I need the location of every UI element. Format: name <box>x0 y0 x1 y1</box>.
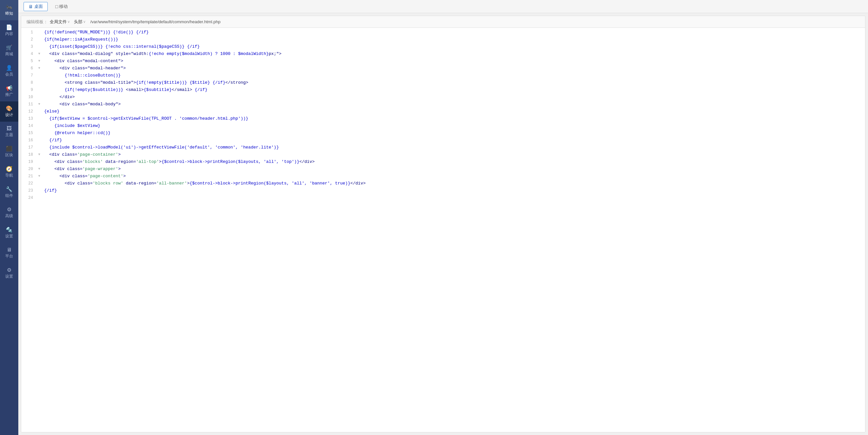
desktop-button[interactable]: 🖥 桌面 <box>24 2 48 11</box>
code-line-7: 7 {!html::closeButton()} <box>21 72 865 80</box>
line-number: 13 <box>21 116 37 122</box>
line-number: 10 <box>21 94 37 100</box>
code-line-1: 1{if(!defined("RUN_MODE"))} {!die()} {/i… <box>21 29 865 36</box>
fold-gutter <box>37 130 41 130</box>
fold-gutter <box>37 116 41 116</box>
fold-gutter[interactable]: ▼ <box>37 101 41 107</box>
sidebar-item-设计[interactable]: 🎨 设计 <box>0 101 18 122</box>
topbar: 🖥 桌面 □ 移动 <box>18 0 868 13</box>
sidebar-item-label: 设置 <box>5 234 13 239</box>
line-number: 4 <box>21 51 37 57</box>
code-editor[interactable]: 1{if(!defined("RUN_MODE"))} {!die()} {/i… <box>21 28 865 432</box>
推广-icon: 📢 <box>6 85 12 91</box>
组件-icon: 🔧 <box>6 186 12 192</box>
mobile-label: 移动 <box>59 4 68 9</box>
sidebar-item-设置2[interactable]: ⚙ 设置 <box>0 263 18 283</box>
螃知-icon: 🐜 <box>6 4 12 10</box>
sidebar-item-label: 组件 <box>5 193 13 198</box>
code-line-5: 5▼ <div class="modal-content"> <box>21 58 865 65</box>
fold-gutter <box>37 72 41 73</box>
sidebar-item-区块[interactable]: ⬛ 区块 <box>0 142 18 162</box>
sidebar-item-商城[interactable]: 🛒 商城 <box>0 40 18 61</box>
code-content[interactable]: {if(!empty($subtitle))} <small>{$subtitl… <box>41 87 865 94</box>
sidebar-item-组件[interactable]: 🔧 组件 <box>0 182 18 203</box>
code-content[interactable]: <div class='page-content'> <box>41 173 865 180</box>
line-number: 2 <box>21 36 37 43</box>
fold-gutter <box>37 187 41 188</box>
code-content[interactable]: <div class="modal-dialog" style="width:{… <box>41 51 865 58</box>
editor-container: 编辑模板： 全局文件 ∨ 头部 ∨ /var/www/html/system/t… <box>21 16 865 432</box>
sidebar-item-螃知[interactable]: 🐜 蟑知 <box>0 0 18 20</box>
sidebar-item-设置1[interactable]: 🔩 设置 <box>0 223 18 243</box>
sidebar-item-label: 主题 <box>5 132 13 138</box>
sidebar-item-会员[interactable]: 👤 会员 <box>0 61 18 81</box>
code-content[interactable]: {else} <box>41 108 865 115</box>
breadcrumb-path: /var/www/html/system/tmp/template/defaul… <box>90 19 220 24</box>
line-number: 7 <box>21 72 37 79</box>
设置1-icon: 🔩 <box>6 227 12 233</box>
sidebar-item-高级[interactable]: ⚙ 高级 <box>0 203 18 223</box>
code-line-10: 10 </div> <box>21 94 865 101</box>
breadcrumb-segment1[interactable]: 全局文件 ∨ <box>50 19 70 25</box>
code-content[interactable]: <div class="modal-content"> <box>41 58 865 65</box>
fold-gutter[interactable]: ▼ <box>37 151 41 157</box>
code-line-22: 22 <div class='blocks row' data-region='… <box>21 180 865 187</box>
code-content[interactable]: <div class='blocks' data-region='all-top… <box>41 159 865 165</box>
code-content[interactable]: <div class='page-wrapper'> <box>41 166 865 173</box>
code-content[interactable]: {include $extView} <box>41 123 865 129</box>
fold-gutter <box>37 123 41 123</box>
fold-gutter[interactable]: ▼ <box>37 166 41 172</box>
code-line-18: 18▼ <div class='page-container'> <box>21 151 865 159</box>
商城-icon: 🛒 <box>6 44 12 51</box>
code-line-11: 11▼ <div class="modal-body"> <box>21 101 865 108</box>
code-content[interactable]: <div class="modal-body"> <box>41 101 865 108</box>
sidebar-item-label: 商城 <box>5 51 13 57</box>
code-content[interactable]: {!html::closeButton()} <box>41 72 865 79</box>
code-line-21: 21▼ <div class='page-content'> <box>21 173 865 180</box>
code-content[interactable]: <div class="modal-header"> <box>41 65 865 72</box>
code-content[interactable]: {if($extView = $control->getExtViewFile(… <box>41 116 865 122</box>
sidebar-item-label: 会员 <box>5 72 13 77</box>
line-number: 8 <box>21 80 37 86</box>
平台-icon: 🖥 <box>6 247 12 253</box>
line-number: 21 <box>21 173 37 180</box>
sidebar-item-label: 高级 <box>5 213 13 219</box>
line-number: 15 <box>21 130 37 136</box>
code-content[interactable]: <strong class="modal-title">{if(!empty($… <box>41 80 865 86</box>
line-number: 3 <box>21 43 37 50</box>
code-content[interactable]: {if(isset($pageCSS))} {!echo css::intern… <box>41 43 865 50</box>
line-number: 19 <box>21 159 37 165</box>
code-content[interactable]: {/if} <box>41 187 865 194</box>
sidebar-item-平台[interactable]: 🖥 平台 <box>0 243 18 263</box>
mobile-button[interactable]: □ 移动 <box>50 2 72 11</box>
breadcrumb-segment2[interactable]: 头部 ∨ <box>74 19 86 25</box>
fold-gutter[interactable]: ▼ <box>37 173 41 179</box>
mobile-icon: □ <box>55 4 58 9</box>
sidebar-item-主题[interactable]: 🖼 主题 <box>0 122 18 142</box>
sidebar-item-label: 区块 <box>5 152 13 158</box>
sidebar-item-内容[interactable]: 📄 内容 <box>0 20 18 40</box>
code-line-15: 15 {@return helper::cd()} <box>21 130 865 137</box>
code-content[interactable]: <div class='blocks row' data-region='all… <box>41 180 865 187</box>
fold-gutter[interactable]: ▼ <box>37 58 41 64</box>
breadcrumb-prefix: 编辑模板： <box>27 19 48 25</box>
sidebar-item-推广[interactable]: 📢 推广 <box>0 81 18 101</box>
chevron-down-icon2: ∨ <box>83 20 86 24</box>
sidebar-item-label: 内容 <box>5 31 13 37</box>
code-line-6: 6▼ <div class="modal-header"> <box>21 65 865 72</box>
code-content[interactable]: {/if} <box>41 137 865 144</box>
code-content[interactable]: {if(!defined("RUN_MODE"))} {!die()} {/if… <box>41 29 865 36</box>
code-content[interactable]: <div class='page-container'> <box>41 151 865 158</box>
main-area: 🖥 桌面 □ 移动 编辑模板： 全局文件 ∨ 头部 ∨ /var/www/htm… <box>18 0 868 435</box>
code-content[interactable]: {if(helper::isAjaxRequest())} <box>41 36 865 43</box>
sidebar-item-导航[interactable]: 🧭 导航 <box>0 162 18 182</box>
fold-gutter[interactable]: ▼ <box>37 51 41 57</box>
sidebar-item-label: 设计 <box>5 112 13 118</box>
code-content[interactable]: {@return helper::cd()} <box>41 130 865 137</box>
fold-gutter[interactable]: ▼ <box>37 65 41 71</box>
fold-gutter <box>37 108 41 109</box>
line-number: 16 <box>21 137 37 144</box>
code-content[interactable]: </div> <box>41 94 865 101</box>
line-number: 22 <box>21 180 37 187</box>
code-content[interactable]: {include $control->loadModel('ui')->getE… <box>41 144 865 151</box>
